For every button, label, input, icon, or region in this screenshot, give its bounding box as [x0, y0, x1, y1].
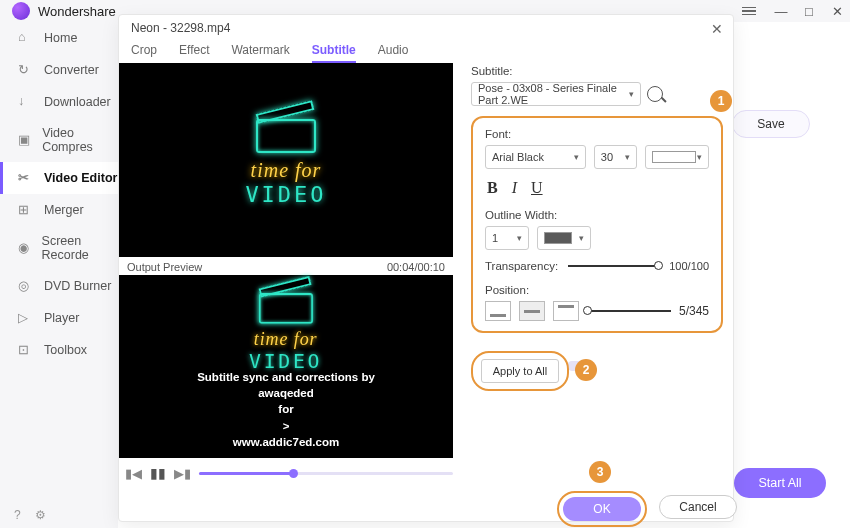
subtitle-label: Subtitle:: [471, 65, 723, 77]
tab-subtitle[interactable]: Subtitle: [312, 43, 356, 63]
color-swatch: [544, 232, 572, 244]
sidebar: ⌂Home ↻Converter ↓Downloader ▣Video Comp…: [0, 22, 118, 528]
neon-text-2: VIDEO: [245, 182, 326, 207]
subtitle-select[interactable]: Pose - 03x08 - Series Finale Part 2.WE▾: [471, 82, 641, 106]
maximize-button[interactable]: □: [802, 4, 816, 18]
position-bottom-button[interactable]: [485, 301, 511, 321]
preview-label: Output Preview: [127, 261, 202, 273]
transparency-label: Transparency:: [485, 260, 558, 272]
editor-tabs: Crop Effect Watermark Subtitle Audio: [131, 43, 408, 63]
transparency-value: 100/100: [669, 260, 709, 272]
sidebar-label: Converter: [44, 63, 99, 77]
outline-color-select[interactable]: ▾: [537, 226, 591, 250]
sidebar-item-merger[interactable]: ⊞Merger: [0, 194, 118, 226]
apply-to-all-button[interactable]: Apply to All: [481, 359, 559, 383]
merge-icon: ⊞: [18, 202, 34, 218]
italic-button[interactable]: I: [512, 179, 517, 197]
color-swatch: [652, 151, 696, 163]
close-window-button[interactable]: ✕: [830, 4, 844, 18]
pause-button[interactable]: ▮▮: [150, 465, 166, 481]
font-size-select[interactable]: 30▾: [594, 145, 637, 169]
modal-close-button[interactable]: ✕: [711, 21, 723, 37]
next-button[interactable]: ▶▮: [174, 466, 191, 481]
download-icon: ↓: [18, 94, 34, 110]
start-all-button[interactable]: Start All: [734, 468, 826, 498]
subtitle-overlay: Subtitle sync and corrections by awaqede…: [197, 369, 375, 449]
tab-effect[interactable]: Effect: [179, 43, 209, 63]
font-family-select[interactable]: Arial Black▾: [485, 145, 586, 169]
sidebar-label: Home: [44, 31, 77, 45]
progress-bar[interactable]: [199, 472, 453, 475]
menu-icon[interactable]: [742, 7, 756, 16]
sidebar-item-downloader[interactable]: ↓Downloader: [0, 86, 118, 118]
position-slider[interactable]: [587, 310, 671, 312]
outline-label: Outline Width:: [485, 209, 709, 221]
bold-button[interactable]: B: [487, 179, 498, 197]
toolbox-icon: ⊡: [18, 342, 34, 358]
position-top-button[interactable]: [553, 301, 579, 321]
transparency-slider[interactable]: [568, 265, 659, 267]
chevron-down-icon: ▾: [629, 89, 634, 99]
font-settings-callout: 1 Font: Arial Black▾ 30▾ ▾ B I U Outline…: [471, 116, 723, 333]
clapper-icon: [256, 113, 316, 153]
prev-button[interactable]: ▮◀: [125, 466, 142, 481]
save-button[interactable]: Save: [732, 110, 810, 138]
record-icon: ◉: [18, 240, 32, 256]
source-preview: time for VIDEO: [119, 63, 453, 257]
sidebar-label: Screen Recorde: [42, 234, 118, 262]
tab-watermark[interactable]: Watermark: [231, 43, 289, 63]
compress-icon: ▣: [18, 132, 32, 148]
search-icon[interactable]: [647, 86, 663, 102]
preview-time: 00:04/00:10: [387, 261, 445, 273]
editor-modal: Neon - 32298.mp4 ✕ Crop Effect Watermark…: [118, 14, 734, 522]
sidebar-label: Toolbox: [44, 343, 87, 357]
underline-button[interactable]: U: [531, 179, 543, 197]
output-preview: time for VIDEO Subtitle sync and correct…: [119, 275, 453, 458]
tab-crop[interactable]: Crop: [131, 43, 157, 63]
disc-icon: ◎: [18, 278, 34, 294]
position-label: Position:: [485, 284, 709, 296]
font-color-select[interactable]: ▾: [645, 145, 709, 169]
cancel-button[interactable]: Cancel: [659, 495, 737, 519]
modal-title: Neon - 32298.mp4: [131, 21, 230, 35]
convert-icon: ↻: [18, 62, 34, 78]
tab-audio[interactable]: Audio: [378, 43, 409, 63]
minimize-button[interactable]: —: [774, 4, 788, 18]
sidebar-label: Player: [44, 311, 79, 325]
outline-width-select[interactable]: 1▾: [485, 226, 529, 250]
annotation-2: 2: [575, 359, 597, 381]
home-icon: ⌂: [18, 30, 34, 46]
annotation-3: 3: [589, 461, 611, 483]
sidebar-item-converter[interactable]: ↻Converter: [0, 54, 118, 86]
play-icon: ▷: [18, 310, 34, 326]
sidebar-item-home[interactable]: ⌂Home: [0, 22, 118, 54]
sidebar-label: Downloader: [44, 95, 111, 109]
apply-all-callout: Apply to All 2: [471, 351, 569, 391]
position-value: 5/345: [679, 304, 709, 318]
sidebar-label: Video Compres: [42, 126, 118, 154]
editor-icon: ✂: [18, 170, 34, 186]
font-label: Font:: [485, 128, 709, 140]
sidebar-item-video-editor[interactable]: ✂Video Editor: [0, 162, 118, 194]
sidebar-item-player[interactable]: ▷Player: [0, 302, 118, 334]
sidebar-item-toolbox[interactable]: ⊡Toolbox: [0, 334, 118, 366]
player-controls: ▮◀ ▮▮ ▶▮: [125, 465, 453, 481]
neon-text-1: time for: [249, 329, 322, 350]
sidebar-label: Merger: [44, 203, 84, 217]
sidebar-item-compressor[interactable]: ▣Video Compres: [0, 118, 118, 162]
logo-icon: [12, 2, 30, 20]
neon-text-2: VIDEO: [249, 350, 322, 373]
settings-icon[interactable]: ⚙: [35, 508, 46, 522]
window-controls: — □ ✕: [742, 4, 844, 18]
neon-text-1: time for: [245, 159, 326, 182]
subtitle-panel: Subtitle: Pose - 03x08 - Series Finale P…: [471, 65, 723, 333]
sidebar-label: Video Editor: [44, 171, 117, 185]
ok-button[interactable]: OK: [563, 497, 641, 521]
position-middle-button[interactable]: [519, 301, 545, 321]
sidebar-label: DVD Burner: [44, 279, 111, 293]
help-icon[interactable]: ?: [14, 508, 21, 522]
sidebar-item-dvd-burner[interactable]: ◎DVD Burner: [0, 270, 118, 302]
sidebar-item-screen-recorder[interactable]: ◉Screen Recorde: [0, 226, 118, 270]
clapper-icon: [259, 288, 313, 324]
brand-label: Wondershare: [38, 4, 116, 19]
